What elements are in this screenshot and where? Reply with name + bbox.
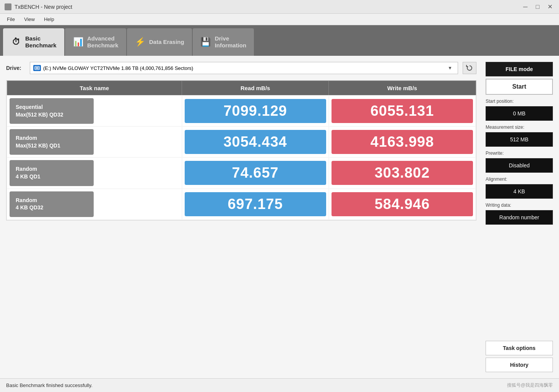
title-bar-left: TxBENCH - New project: [5, 3, 72, 10]
read-cell-seq: 7099.129: [185, 99, 326, 123]
tab-drive-information[interactable]: 💾 Drive Information: [193, 28, 254, 56]
drive-information-icon: 💾: [200, 37, 211, 47]
watermark: 搜狐号@我是四海飘零: [507, 382, 553, 389]
start-position-value[interactable]: 0 MB: [486, 106, 553, 121]
measurement-size-value[interactable]: 512 MB: [486, 132, 553, 147]
read-cell-rand4k-qd1: 74.657: [185, 161, 326, 185]
status-bar: Basic Benchmark finished successfully. 搜…: [0, 378, 559, 392]
alignment-value[interactable]: 4 KB: [486, 184, 553, 199]
benchmark-table-container: Task name Read mB/s Write mB/s Sequentia…: [6, 80, 476, 220]
tab-data-erasing[interactable]: ⚡ Data Erasing: [127, 28, 192, 56]
prewrite-label: Prewrite:: [486, 151, 553, 156]
window-title: TxBENCH - New project: [15, 4, 72, 10]
task-cell-rand4k-qd1: Random4 KB QD1: [10, 160, 94, 186]
table-row: RandomMax(512 KB) QD1 3054.434 4163.998: [7, 126, 476, 157]
read-cell-rand4k-qd32: 697.175: [185, 192, 326, 216]
table-row: Random4 KB QD32 697.175 584.946: [7, 189, 476, 220]
menu-file[interactable]: File: [3, 16, 19, 23]
center-panel: Drive: (E:) NVMe GLOWAY YCT2TNVMe 1.86 T…: [0, 56, 483, 378]
advanced-benchmark-icon: 📊: [73, 37, 83, 47]
col-write: Write mB/s: [329, 81, 476, 96]
dropdown-arrow-icon: ▼: [445, 65, 455, 71]
prewrite-value[interactable]: Disabled: [486, 158, 553, 173]
alignment-label: Alignment:: [486, 177, 553, 182]
main-content: Drive: (E:) NVMe GLOWAY YCT2TNVMe 1.86 T…: [0, 56, 559, 378]
app-icon: [5, 3, 11, 10]
right-panel: FILE mode Start Start position: 0 MB Mea…: [483, 56, 559, 378]
write-cell-rand4k-qd32: 584.946: [332, 192, 473, 216]
title-bar: TxBENCH - New project ─ □ ✕: [0, 0, 559, 14]
svg-rect-1: [36, 67, 39, 69]
table-header-row: Task name Read mB/s Write mB/s: [7, 81, 476, 96]
tab-advanced-benchmark[interactable]: 📊 Advanced Benchmark: [65, 28, 126, 56]
drive-icon: [33, 65, 41, 71]
title-bar-controls: ─ □ ✕: [521, 3, 554, 11]
task-options-button[interactable]: Task options: [486, 341, 553, 355]
status-message: Basic Benchmark finished successfully.: [6, 382, 93, 388]
tab-bar: ⏱ Basic Benchmark 📊 Advanced Benchmark ⚡…: [0, 25, 559, 56]
start-button[interactable]: Start: [486, 79, 553, 95]
table-row: SequentialMax(512 KB) QD32 7099.129 6055…: [7, 96, 476, 126]
start-position-label: Start position:: [486, 99, 553, 104]
task-cell-seq: SequentialMax(512 KB) QD32: [10, 98, 94, 124]
write-cell-seq: 6055.131: [332, 99, 473, 123]
data-erasing-icon: ⚡: [135, 37, 145, 47]
drive-value: (E:) NVMe GLOWAY YCT2TNVMe 1.86 TB (4,00…: [43, 65, 193, 71]
drive-select-container[interactable]: (E:) NVMe GLOWAY YCT2TNVMe 1.86 TB (4,00…: [30, 62, 458, 74]
history-button[interactable]: History: [486, 358, 553, 372]
close-button[interactable]: ✕: [545, 3, 554, 11]
benchmark-table: Task name Read mB/s Write mB/s Sequentia…: [6, 81, 476, 220]
file-mode-button[interactable]: FILE mode: [486, 62, 553, 76]
basic-benchmark-icon: ⏱: [11, 37, 21, 47]
col-read: Read mB/s: [182, 81, 329, 96]
writing-data-value[interactable]: Random number: [486, 210, 553, 225]
read-cell-rand512: 3054.434: [185, 130, 326, 154]
task-cell-rand4k-qd32: Random4 KB QD32: [10, 191, 94, 217]
tab-basic-benchmark[interactable]: ⏱ Basic Benchmark: [3, 28, 64, 56]
drive-refresh-button[interactable]: [463, 62, 476, 74]
table-row: Random4 KB QD1 74.657 303.802: [7, 157, 476, 188]
write-cell-rand512: 4163.998: [332, 130, 473, 154]
col-task-name: Task name: [7, 81, 182, 96]
minimize-button[interactable]: ─: [521, 3, 530, 11]
drive-label: Drive:: [6, 65, 25, 71]
task-cell-rand512: RandomMax(512 KB) QD1: [10, 129, 94, 155]
menu-view[interactable]: View: [20, 16, 39, 23]
drive-bar: Drive: (E:) NVMe GLOWAY YCT2TNVMe 1.86 T…: [6, 62, 476, 74]
menu-help[interactable]: Help: [40, 16, 58, 23]
maximize-button[interactable]: □: [533, 3, 542, 11]
measurement-size-label: Measurement size:: [486, 125, 553, 130]
menu-bar: File View Help: [0, 14, 559, 25]
writing-data-label: Writing data:: [486, 202, 553, 208]
write-cell-rand4k-qd1: 303.802: [332, 161, 473, 185]
